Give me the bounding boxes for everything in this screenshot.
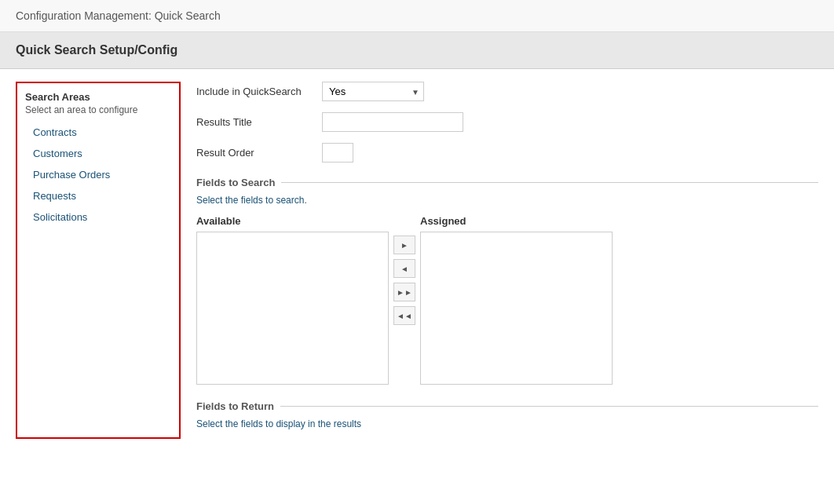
- fields-to-search-divider: Fields to Search: [196, 177, 818, 188]
- assigned-list[interactable]: [420, 232, 613, 385]
- sidebar-title: Search Areas: [17, 91, 179, 104]
- move-all-left-button[interactable]: ◄◄: [393, 306, 415, 325]
- search-areas-panel: Search Areas Select an area to configure…: [16, 82, 181, 439]
- results-title-input[interactable]: [322, 112, 463, 132]
- fields-to-return-section-label: Fields to Return: [196, 400, 280, 412]
- sidebar-item-contracts[interactable]: Contracts: [17, 122, 179, 143]
- fields-to-search-transfer: Available ► ◄ ►► ◄◄ Assigned: [196, 215, 818, 385]
- section-heading: Quick Search Setup/Config: [16, 43, 818, 57]
- assigned-label: Assigned: [420, 215, 613, 227]
- move-right-button[interactable]: ►: [393, 236, 415, 254]
- results-title-label: Results Title: [196, 116, 322, 128]
- include-quicksearch-select[interactable]: Yes No: [322, 82, 424, 101]
- available-label: Available: [196, 215, 389, 227]
- include-quicksearch-label: Include in QuickSearch: [196, 86, 322, 97]
- result-order-input[interactable]: [322, 143, 353, 163]
- fields-to-search-desc: Select the fields to search.: [196, 195, 818, 206]
- result-order-label: Result Order: [196, 147, 322, 159]
- fields-to-return-section: Fields to Return Select the fields to di…: [196, 400, 818, 429]
- available-list[interactable]: [196, 232, 389, 385]
- fields-to-return-desc: Select the fields to display in the resu…: [196, 418, 818, 429]
- assigned-list-container: Assigned: [420, 215, 613, 385]
- sidebar-item-requests[interactable]: Requests: [17, 185, 179, 206]
- move-left-button[interactable]: ◄: [393, 259, 415, 278]
- page-title: Configuration Management: Quick Search: [16, 9, 221, 22]
- sidebar-item-solicitations[interactable]: Solicitations: [17, 206, 179, 228]
- fields-to-return-divider: Fields to Return: [196, 400, 818, 412]
- transfer-buttons-group: ► ◄ ►► ◄◄: [389, 236, 420, 325]
- fields-return-divider-line: [280, 406, 818, 407]
- include-quicksearch-select-wrapper: Yes No: [322, 82, 424, 101]
- fields-to-search-section-label: Fields to Search: [196, 177, 281, 188]
- sidebar-item-purchase-orders[interactable]: Purchase Orders: [17, 164, 179, 185]
- available-list-container: Available: [196, 215, 389, 385]
- divider-line: [281, 182, 818, 183]
- main-panel: Include in QuickSearch Yes No Results Ti…: [196, 82, 818, 439]
- move-all-right-button[interactable]: ►►: [393, 283, 415, 301]
- sidebar-item-customers[interactable]: Customers: [17, 143, 179, 164]
- sidebar-subtitle: Select an area to configure: [17, 104, 179, 122]
